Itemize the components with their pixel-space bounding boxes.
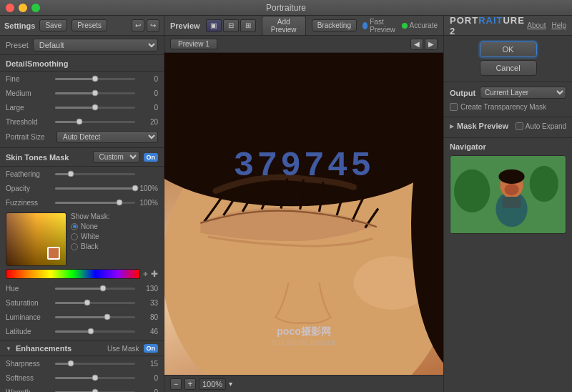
prev-arrow-button[interactable]: ◀ <box>410 39 423 50</box>
view-split-h-button[interactable]: ⊟ <box>223 19 239 32</box>
preview-bottom-bar: − + 100% ▾ <box>164 375 443 392</box>
opacity-slider[interactable] <box>55 187 135 190</box>
enhancements-header: ▼ Enhancements Use Mask On <box>0 340 164 356</box>
svg-point-6 <box>530 166 558 202</box>
right-links: About Help <box>527 21 566 29</box>
threshold-slider-row: Threshold 20 <box>0 114 164 129</box>
eyedropper-button[interactable]: ⌖ <box>143 269 148 279</box>
view-single-button[interactable]: ▣ <box>206 19 222 32</box>
portrait-size-select[interactable]: Auto Detect <box>56 131 158 143</box>
saturation-slider-row: Saturation 33 <box>0 295 164 310</box>
mask-preview-header: ▶ Mask Preview Auto Expand <box>450 122 566 130</box>
radio-black[interactable]: Black <box>71 242 109 250</box>
softness-label: Softness <box>6 374 52 382</box>
create-transparency-checkbox[interactable] <box>450 103 458 111</box>
portrait-size-row: Portrait Size Auto Detect <box>0 129 164 145</box>
ok-cancel-area: OK Cancel <box>444 36 572 82</box>
hue-slider[interactable] <box>55 288 135 290</box>
eyedropper2-button[interactable]: ✚ <box>151 269 158 279</box>
warmth-label: Warmth <box>6 388 52 393</box>
view-split-v-button[interactable]: ⊞ <box>240 19 256 32</box>
medium-slider-row: Medium 0 <box>0 86 164 100</box>
softness-slider-row: Softness 0 <box>0 371 164 385</box>
hue-slider-row: Hue 130 <box>0 281 164 295</box>
saturation-slider[interactable] <box>55 302 135 304</box>
medium-label: Medium <box>6 89 52 97</box>
presets-button[interactable]: Presets <box>72 19 107 31</box>
help-link[interactable]: Help <box>551 21 566 29</box>
close-button[interactable] <box>6 4 14 12</box>
preview-image-area[interactable]: 379745 poco摄影网 http://photo.poco.cn <box>164 53 443 375</box>
threshold-slider[interactable] <box>55 121 135 123</box>
latitude-slider[interactable] <box>55 330 135 333</box>
enhancements-collapse-icon[interactable]: ▼ <box>6 346 11 352</box>
app-title: Portraiture <box>266 3 306 13</box>
zoom-minus-button[interactable]: − <box>170 378 182 390</box>
maximize-button[interactable] <box>31 4 40 12</box>
saturation-label: Saturation <box>6 299 52 307</box>
large-slider[interactable] <box>55 107 135 109</box>
preview-tabs-bar: Preview 1 ◀ ▶ <box>164 36 443 53</box>
bracketing-button[interactable]: Bracketing <box>312 19 357 31</box>
fast-preview-radio-circle <box>363 22 368 29</box>
accurate-radio[interactable]: Accurate <box>402 21 438 29</box>
undo-button[interactable]: ↩ <box>132 19 144 32</box>
mask-preview-collapse-icon[interactable]: ▶ <box>450 123 454 129</box>
skin-tones-custom-select[interactable]: Custom <box>93 151 139 163</box>
cancel-button[interactable]: Cancel <box>480 60 537 76</box>
saturation-value: 33 <box>138 299 158 307</box>
latitude-label: Latitude <box>6 328 52 335</box>
auto-expand-label: Auto Expand <box>526 122 566 130</box>
preset-select[interactable]: Default <box>33 39 158 52</box>
luminance-slider[interactable] <box>55 316 135 318</box>
toolbar-icons: ↩ ↪ <box>132 19 159 32</box>
fine-slider[interactable] <box>55 78 135 80</box>
auto-expand-checkbox[interactable] <box>516 122 523 130</box>
feathering-label: Feathering <box>6 170 52 178</box>
poco-watermark: poco摄影网 http://photo.poco.cn <box>272 325 335 346</box>
sharpness-slider[interactable] <box>55 363 135 365</box>
fast-preview-radio[interactable]: Fast Preview <box>363 18 398 34</box>
hue-value: 130 <box>138 285 158 293</box>
right-panel: PORTRAITURE 2 About Help OK Cancel Outpu… <box>443 16 572 392</box>
zoom-dropdown[interactable]: ▾ <box>229 380 232 388</box>
svg-rect-10 <box>502 197 521 208</box>
skin-tones-header: Skin Tones Mask Custom On <box>0 147 164 167</box>
hue-strip[interactable] <box>6 269 140 279</box>
radio-none[interactable]: None <box>71 222 109 230</box>
enhancements-on-badge: On <box>144 344 159 353</box>
about-link[interactable]: About <box>527 21 546 29</box>
right-toolbar: PORTRAITURE 2 About Help <box>444 16 572 36</box>
navigator-thumbnail[interactable] <box>450 155 566 234</box>
luminance-slider-row: Luminance 80 <box>0 310 164 324</box>
medium-slider[interactable] <box>55 92 135 94</box>
fuzziness-slider[interactable] <box>55 202 135 204</box>
fast-preview-label: Fast Preview <box>370 18 397 34</box>
preview-tab-1[interactable]: Preview 1 <box>170 39 217 49</box>
ok-button[interactable]: OK <box>480 41 537 57</box>
add-preview-button[interactable]: Add Preview <box>262 16 306 36</box>
zoom-plus-button[interactable]: + <box>184 378 196 390</box>
radio-white-label: White <box>81 232 99 240</box>
preset-row: Preset Default <box>0 36 164 55</box>
softness-slider[interactable] <box>55 377 135 379</box>
left-toolbar: Settings Save Presets ↩ ↪ <box>0 16 164 36</box>
auto-expand-check: Auto Expand <box>516 122 566 130</box>
redo-button[interactable]: ↪ <box>147 19 159 32</box>
color-gradient-box[interactable] <box>6 212 66 266</box>
radio-white-dot <box>71 233 78 240</box>
output-layer-select[interactable]: Current Layer <box>480 87 566 99</box>
radio-none-dot <box>71 223 78 230</box>
minimize-button[interactable] <box>19 4 27 12</box>
save-button[interactable]: Save <box>39 19 67 31</box>
sharpness-value: 15 <box>138 360 158 368</box>
svg-point-9 <box>498 170 524 184</box>
next-arrow-button[interactable]: ▶ <box>425 39 438 50</box>
radio-white[interactable]: White <box>71 232 109 240</box>
latitude-value: 46 <box>138 328 158 335</box>
mask-preview-section: ▶ Mask Preview Auto Expand <box>444 117 572 138</box>
color-inner-swatch <box>47 247 60 260</box>
hue-label: Hue <box>6 285 52 293</box>
feathering-slider[interactable] <box>55 173 135 175</box>
threshold-value: 20 <box>138 118 158 126</box>
